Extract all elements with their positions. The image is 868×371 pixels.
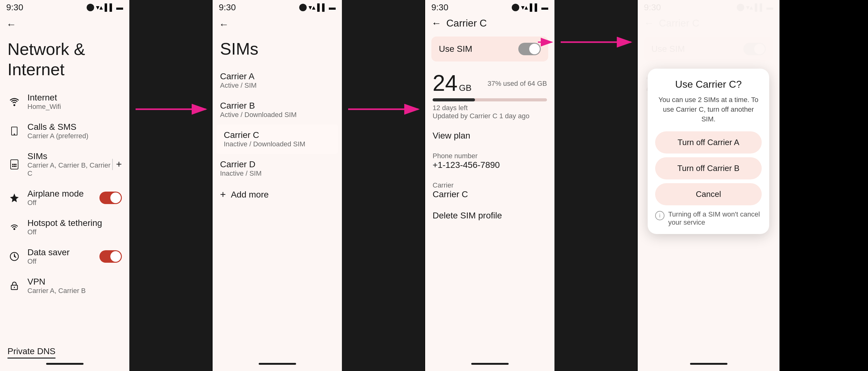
nav-internet[interactable]: Internet Home_Wifi xyxy=(0,87,129,116)
carrier-d-item[interactable]: Carrier D Inactive / SIM xyxy=(213,154,342,183)
carrier-c-name: Carrier C xyxy=(224,130,331,140)
divider xyxy=(112,159,113,170)
add-more-button[interactable]: + Add more xyxy=(213,183,342,206)
hotspot-label: Hotspot & tethering xyxy=(27,218,122,228)
back-button-1[interactable]: ← xyxy=(0,14,129,33)
add-more-icon: + xyxy=(220,189,226,200)
time-2: 9:30 xyxy=(219,2,236,12)
airplane-icon xyxy=(7,191,21,205)
carrier-c-status: Inactive / Downloaded SIM xyxy=(224,140,331,148)
status-icons-3: ▾▴ ▌▌ ▬ xyxy=(512,3,548,11)
data-usage-text: 37% used of 64 GB xyxy=(488,80,547,88)
time-3: 9:30 xyxy=(431,2,448,12)
carrier-a-item[interactable]: Carrier A Active / SIM xyxy=(213,66,342,95)
datasaver-sublabel: Off xyxy=(27,257,99,265)
carrier-item: Carrier Carrier C xyxy=(425,176,554,205)
use-sim-card: Use SIM xyxy=(431,36,548,61)
back-arrow-icon-3[interactable]: ← xyxy=(431,18,441,29)
calls-sms-text: Calls & SMS Carrier A (preferred) xyxy=(27,122,122,140)
data-gb-number: 24 xyxy=(433,70,458,95)
screen-network-internet: 9:30 ▾▴ ▌▌ ▬ ← Network & Internet Intern… xyxy=(0,0,129,371)
dialog-body: You can use 2 SIMs at a time. To use Car… xyxy=(655,95,762,124)
nav-calls-sms[interactable]: Calls & SMS Carrier A (preferred) xyxy=(0,116,129,146)
data-progress-bg xyxy=(433,98,547,102)
vpn-sublabel: Carrier A, Carrier B xyxy=(27,287,122,295)
arrow-sims xyxy=(129,0,212,371)
separator-3 xyxy=(554,0,637,371)
sim-icon xyxy=(7,158,21,171)
datasaver-label: Data saver xyxy=(27,248,99,257)
status-icons-2: ▾▴ ▌▌ ▬ xyxy=(299,3,336,11)
battery-3: ▬ xyxy=(541,3,548,11)
nav-data-saver[interactable]: Data saver Off xyxy=(0,242,129,271)
sims-page-title: SIMs xyxy=(213,33,342,66)
camera-notch-3 xyxy=(512,4,519,11)
arrow-dialog xyxy=(554,0,637,371)
add-more-label: Add more xyxy=(231,190,269,200)
toggle-knob xyxy=(110,193,121,203)
data-progress-fill xyxy=(433,98,475,102)
svg-rect-2 xyxy=(14,164,15,165)
airplane-toggle[interactable] xyxy=(99,192,122,204)
nav-sims[interactable]: SIMs Carrier A, Carrier B, Carrier C + xyxy=(0,146,129,183)
turn-off-carrier-b-button[interactable]: Turn off Carrier B xyxy=(655,157,762,179)
bottom-nav-indicator-1 xyxy=(46,363,84,365)
carrier-d-name: Carrier D xyxy=(220,160,334,169)
vpn-text: VPN Carrier A, Carrier B xyxy=(27,277,122,295)
datasaver-toggle[interactable] xyxy=(99,250,122,263)
airplane-text: Airplane mode Off xyxy=(27,189,99,207)
datasaver-icon xyxy=(7,250,21,263)
svg-point-10 xyxy=(14,287,15,288)
data-gb-unit: GB xyxy=(459,83,471,93)
dialog-note: i Turning off a SIM won't cancel your se… xyxy=(655,210,762,227)
hotspot-text: Hotspot & tethering Off xyxy=(27,218,122,236)
wifi-icon xyxy=(7,95,21,109)
carrier-c-item[interactable]: Carrier C Inactive / Downloaded SIM xyxy=(216,124,338,154)
svg-rect-6 xyxy=(15,166,17,167)
cancel-button[interactable]: Cancel xyxy=(655,183,762,205)
bottom-nav-indicator-4 xyxy=(690,363,727,365)
status-bar-2: 9:30 ▾▴ ▌▌ ▬ xyxy=(213,0,342,14)
separator-2 xyxy=(342,0,425,371)
signal-bars-3: ▌▌ xyxy=(530,3,539,11)
internet-text: Internet Home_Wifi xyxy=(27,93,122,111)
hotspot-sublabel: Off xyxy=(27,228,122,236)
carrier-b-name: Carrier B xyxy=(220,101,334,111)
info-icon: i xyxy=(655,211,664,220)
svg-rect-4 xyxy=(12,166,13,167)
svg-point-7 xyxy=(13,228,15,230)
datasaver-text: Data saver Off xyxy=(27,248,99,265)
carrier-c-title: Carrier C xyxy=(446,18,487,29)
signal-wifi-2: ▾▴ xyxy=(309,3,315,11)
arrow-indicator xyxy=(536,36,554,50)
dialog-note-text: Turning off a SIM won't cancel your serv… xyxy=(668,210,762,227)
camera-notch-1 xyxy=(87,4,94,11)
updated-by: Updated by Carrier C 1 day ago xyxy=(433,112,547,120)
internet-label: Internet xyxy=(27,93,122,103)
nav-vpn[interactable]: VPN Carrier A, Carrier B xyxy=(0,271,129,301)
carrier-label: Carrier xyxy=(433,181,547,190)
delete-sim-profile[interactable]: Delete SIM profile xyxy=(425,205,554,226)
battery-2: ▬ xyxy=(329,3,336,11)
screen-dialog: 9:30 ▾▴ ▌▌ ▬ ← Carrier C Use SIM 24 GB U… xyxy=(638,0,779,371)
status-icons-1: ▾▴ ▌▌ ▬ xyxy=(87,3,123,11)
view-plan-item[interactable]: View plan xyxy=(425,125,554,146)
bottom-nav-indicator-2 xyxy=(259,363,296,365)
carrier-b-item[interactable]: Carrier B Active / Downloaded SIM xyxy=(213,95,342,124)
status-bar-3: 9:30 ▾▴ ▌▌ ▬ xyxy=(425,0,554,14)
data-section: 24 GB 37% used of 64 GB 12 days left Upd… xyxy=(425,65,554,125)
vpn-icon xyxy=(7,279,21,293)
sims-actions: + xyxy=(112,159,122,170)
add-sim-button[interactable]: + xyxy=(116,159,122,170)
calls-sms-label: Calls & SMS xyxy=(27,122,122,132)
use-sim-label: Use SIM xyxy=(439,44,472,54)
bottom-nav-indicator-3 xyxy=(471,363,509,365)
delete-label: Delete SIM profile xyxy=(433,210,547,221)
nav-hotspot[interactable]: Hotspot & tethering Off xyxy=(0,212,129,242)
phone-icon xyxy=(7,124,21,138)
private-dns[interactable]: Private DNS xyxy=(7,346,56,359)
back-button-2[interactable]: ← xyxy=(213,14,342,33)
sims-text: SIMs Carrier A, Carrier B, Carrier C xyxy=(27,151,112,177)
turn-off-carrier-a-button[interactable]: Turn off Carrier A xyxy=(655,131,762,153)
nav-airplane-mode[interactable]: Airplane mode Off xyxy=(0,183,129,212)
